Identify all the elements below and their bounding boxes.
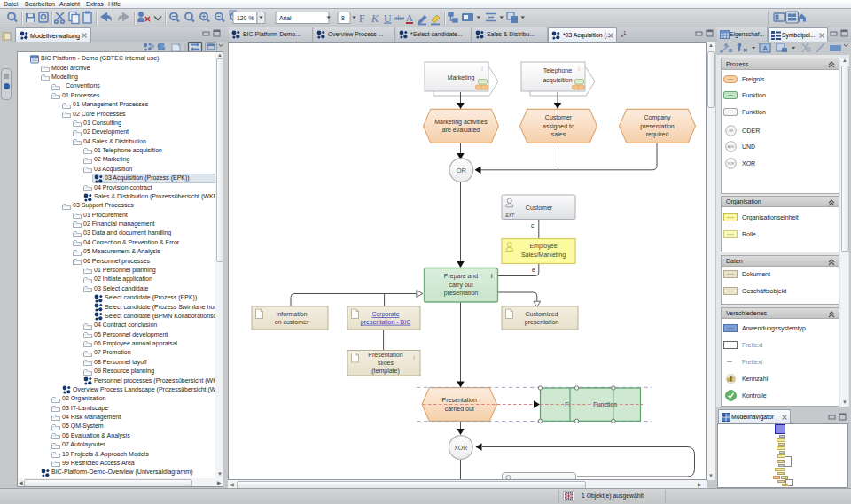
svg-text:Customized: Customized [526, 311, 558, 317]
svg-text:U: U [384, 12, 392, 25]
svg-text:Prepare and: Prepare and [444, 273, 479, 280]
svg-text:Corporate: Corporate [371, 311, 399, 318]
svg-text:presentation - BIC: presentation - BIC [361, 319, 410, 326]
svg-text:120 %: 120 % [237, 15, 254, 21]
svg-text:Telephone: Telephone [543, 67, 572, 74]
svg-text:assigned to: assigned to [543, 123, 574, 130]
svg-text:presentation: presentation [444, 290, 479, 297]
svg-text:carry out: carry out [449, 282, 472, 289]
svg-text:OR: OR [728, 129, 733, 133]
svg-text:presentation: presentation [525, 319, 559, 326]
svg-text:OR: OR [457, 167, 467, 174]
svg-text:Sales/Marketing: Sales/Marketing [521, 252, 566, 259]
svg-text:XOR: XOR [727, 162, 734, 166]
svg-text:c: c [531, 222, 535, 229]
svg-text:Information: Information [276, 311, 307, 317]
svg-text:Presentation: Presentation [368, 352, 402, 358]
svg-text:AND: AND [727, 146, 734, 150]
svg-text:Marketing activities: Marketing activities [434, 119, 488, 126]
svg-text:presentation: presentation [640, 123, 675, 130]
svg-text:8: 8 [341, 15, 345, 21]
svg-text:i: i [413, 354, 415, 361]
svg-text:Employee: Employee [529, 243, 557, 250]
svg-text:XOR: XOR [454, 445, 467, 451]
svg-text:sales: sales [551, 131, 566, 137]
svg-text:Company: Company [644, 114, 671, 121]
svg-text:Arial: Arial [279, 15, 292, 21]
svg-text:Customer: Customer [526, 205, 553, 211]
svg-text:K: K [371, 12, 379, 25]
svg-text:EXT: EXT [506, 213, 515, 218]
svg-text:A: A [406, 12, 413, 23]
svg-text:are evaluated: are evaluated [442, 127, 480, 133]
svg-text:abe: abe [394, 14, 405, 22]
svg-text:e: e [532, 267, 535, 273]
svg-text:Presentation: Presentation [442, 397, 477, 403]
svg-text:on customer: on customer [275, 319, 309, 325]
svg-text:Marketing: Marketing [448, 74, 475, 81]
svg-text:i: i [490, 272, 492, 280]
svg-text:carried out: carried out [445, 406, 474, 412]
svg-text:slides: slides [378, 360, 394, 366]
svg-text:F: F [359, 12, 365, 25]
svg-text:Customer: Customer [545, 114, 573, 120]
svg-text:required: required [646, 131, 669, 138]
svg-text:(template): (template) [371, 368, 400, 375]
svg-text:acquisition: acquisition [543, 77, 572, 84]
